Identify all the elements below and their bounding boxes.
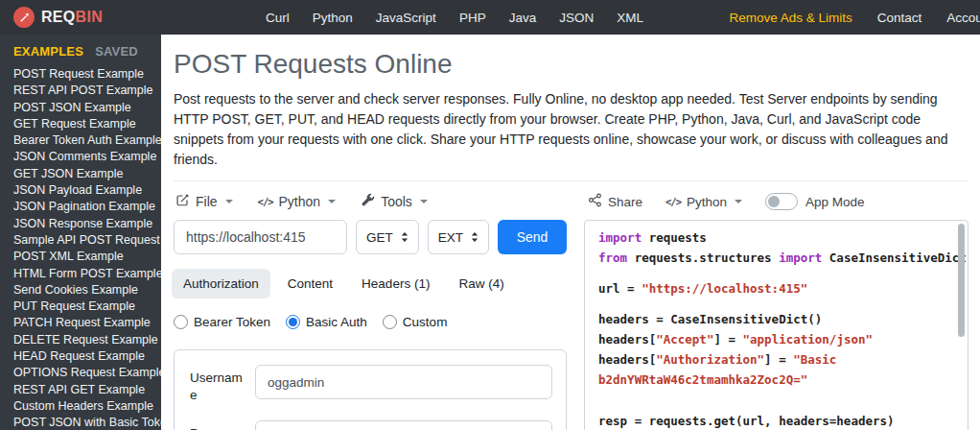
updown-arrows-icon bbox=[401, 231, 408, 243]
nav-link-java[interactable]: Java bbox=[509, 11, 537, 25]
sidebar-item-json-pagination-example[interactable]: JSON Pagination Example bbox=[13, 199, 155, 215]
sidebar-tab-examples[interactable]: EXAMPLES bbox=[13, 44, 83, 59]
code-line: headers["Accept"] = "application/json" bbox=[598, 329, 954, 349]
code-line: b2dnYWRtaW46c2tmamhka2Zoc2Q=" bbox=[598, 370, 954, 390]
nav-link-curl[interactable]: Curl bbox=[266, 11, 290, 25]
share-label: Share bbox=[608, 195, 642, 209]
code-toolbar: Share </> Python App Mode bbox=[588, 191, 968, 212]
sidebar-item-json-payload-example[interactable]: JSON Payload Example bbox=[13, 182, 155, 199]
password-label: Password bbox=[190, 420, 244, 430]
tab-content[interactable]: Content bbox=[276, 269, 344, 299]
sidebar-item-head-request-example[interactable]: HEAD Request Example bbox=[13, 348, 155, 365]
examples-sidebar: EXAMPLESSAVED POST Request ExampleREST A… bbox=[0, 35, 161, 430]
nav-link-account[interactable]: Account bbox=[946, 11, 980, 25]
navbar-right: Remove Ads & LimitsContactAccount bbox=[729, 11, 980, 25]
nav-link-php[interactable]: PHP bbox=[459, 11, 486, 25]
reqbin-logo[interactable]: REQBIN bbox=[13, 7, 103, 28]
sidebar-item-html-form-post-example[interactable]: HTML Form POST Example bbox=[13, 266, 155, 282]
tab-raw-4[interactable]: Raw (4) bbox=[447, 269, 515, 299]
sidebar-item-json-response-example[interactable]: JSON Response Example bbox=[13, 216, 155, 232]
sidebar-item-post-request-example[interactable]: POST Request Example bbox=[13, 66, 155, 83]
nav-link-javascript[interactable]: JavaScript bbox=[376, 11, 436, 25]
code-line: url = "https://localhost:415" bbox=[598, 278, 954, 299]
page-description: Post requests to the server and check se… bbox=[174, 89, 968, 170]
radio-label: Basic Auth bbox=[306, 315, 367, 329]
radio-label: Bearer Token bbox=[194, 315, 270, 329]
code-line: resp = requests.get(url, headers=headers… bbox=[598, 411, 954, 430]
share-button[interactable]: Share bbox=[588, 193, 642, 210]
sidebar-item-post-json-example[interactable]: POST JSON Example bbox=[13, 100, 155, 116]
sidebar-item-send-cookies-example[interactable]: Send Cookies Example bbox=[13, 282, 155, 299]
code-blank-line bbox=[598, 268, 954, 278]
edit-icon bbox=[175, 193, 190, 210]
code-line: import requests bbox=[598, 227, 954, 248]
navbar-links: CurlPythonJavaScriptPHPJavaJSONXML bbox=[266, 11, 643, 25]
tab-authorization[interactable]: Authorization bbox=[172, 269, 270, 299]
username-label: Username bbox=[190, 365, 244, 404]
nav-link-contact[interactable]: Contact bbox=[877, 11, 922, 25]
code-blank-line bbox=[598, 299, 954, 309]
password-row: Password bbox=[190, 420, 552, 430]
protocol-select[interactable]: EXT bbox=[428, 220, 489, 254]
tab-headers-1[interactable]: Headers (1) bbox=[350, 269, 441, 299]
auth-option-custom[interactable]: Custom bbox=[383, 315, 448, 329]
sidebar-item-json-comments-example[interactable]: JSON Comments Example bbox=[13, 149, 155, 165]
sidebar-tab-saved[interactable]: SAVED bbox=[95, 44, 138, 59]
wrench-icon bbox=[361, 193, 375, 210]
nav-link-xml[interactable]: XML bbox=[617, 11, 643, 25]
sidebar-item-bearer-token-auth-example[interactable]: Bearer Token Auth Example bbox=[13, 132, 155, 149]
code-line: headers["Authorization"] = "Basic bbox=[598, 349, 954, 370]
sidebar-item-rest-api-get-example[interactable]: REST API GET Example bbox=[13, 382, 155, 398]
request-panel: File </> Python Tools bbox=[174, 181, 567, 430]
sidebar-item-rest-api-post-example[interactable]: REST API POST Example bbox=[13, 83, 155, 99]
url-input[interactable] bbox=[174, 220, 347, 254]
chevron-down-icon bbox=[328, 200, 336, 203]
sidebar-item-options-request-example[interactable]: OPTIONS Request Example bbox=[13, 365, 155, 381]
logo-text: REQBIN bbox=[41, 9, 103, 26]
code-language-menu[interactable]: </> Python bbox=[665, 195, 742, 209]
code-line: from requests.structures import CaseInse… bbox=[598, 248, 954, 268]
url-row: GET EXT Send bbox=[174, 220, 567, 254]
request-menubar: File </> Python Tools bbox=[175, 191, 567, 212]
method-select[interactable]: GET bbox=[356, 220, 419, 254]
language-menu[interactable]: </> Python bbox=[258, 194, 337, 209]
nav-link-python[interactable]: Python bbox=[313, 11, 353, 25]
top-navbar: REQBIN CurlPythonJavaScriptPHPJavaJSONXM… bbox=[0, 0, 980, 35]
auth-option-bearer-token[interactable]: Bearer Token bbox=[174, 315, 270, 329]
sidebar-item-sample-api-post-request[interactable]: Sample API POST Request bbox=[13, 232, 155, 249]
scrollbar-thumb[interactable] bbox=[958, 224, 965, 337]
code-language-label: Python bbox=[687, 195, 727, 209]
app-mode-label: App Mode bbox=[805, 195, 865, 209]
radio-icon bbox=[174, 315, 188, 329]
auth-option-basic-auth[interactable]: Basic Auth bbox=[286, 315, 367, 329]
username-input[interactable] bbox=[255, 365, 552, 399]
sidebar-item-get-json-example[interactable]: GET JSON Example bbox=[13, 166, 155, 182]
nav-link-remove-ads-limits[interactable]: Remove Ads & Limits bbox=[729, 11, 852, 25]
code-icon: </> bbox=[665, 196, 681, 207]
workspace: File </> Python Tools bbox=[174, 181, 968, 430]
file-menu[interactable]: File bbox=[175, 193, 233, 210]
sidebar-item-post-json-with-basic-token[interactable]: POST JSON with Basic Token bbox=[13, 415, 155, 430]
sidebar-item-put-request-example[interactable]: PUT Request Example bbox=[13, 299, 155, 315]
code-line: headers = CaseInsensitiveDict() bbox=[598, 309, 954, 329]
sidebar-item-patch-request-example[interactable]: PATCH Request Example bbox=[13, 315, 155, 331]
share-icon bbox=[588, 193, 602, 210]
sidebar-items: POST Request ExampleREST API POST Exampl… bbox=[13, 66, 155, 430]
sidebar-item-get-request-example[interactable]: GET Request Example bbox=[13, 116, 155, 132]
sidebar-item-delete-request-example[interactable]: DELETE Request Example bbox=[13, 332, 155, 348]
sidebar-tabs: EXAMPLESSAVED bbox=[13, 44, 155, 59]
send-button[interactable]: Send bbox=[498, 220, 567, 254]
sidebar-item-post-xml-example[interactable]: POST XML Example bbox=[13, 249, 155, 265]
sidebar-item-custom-headers-example[interactable]: Custom Headers Example bbox=[13, 398, 155, 415]
auth-type-options: Bearer TokenBasic AuthCustom bbox=[174, 315, 567, 329]
code-editor[interactable]: import requestsfrom requests.structures … bbox=[584, 220, 968, 430]
radio-icon bbox=[383, 315, 397, 329]
tools-menu[interactable]: Tools bbox=[361, 193, 428, 210]
chevron-down-icon bbox=[225, 200, 233, 203]
reqbin-pen-icon bbox=[13, 7, 35, 28]
code-blank-line bbox=[598, 400, 954, 411]
app-mode-toggle[interactable] bbox=[765, 193, 798, 210]
nav-link-json[interactable]: JSON bbox=[559, 11, 594, 25]
radio-label: Custom bbox=[403, 315, 448, 329]
password-input[interactable] bbox=[255, 420, 552, 430]
